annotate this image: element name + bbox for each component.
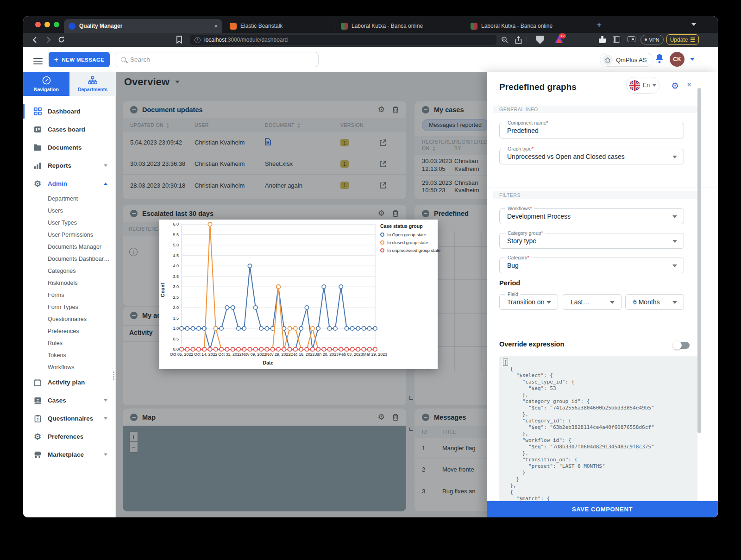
tab-navigation[interactable]: Navigation [23,72,69,96]
sidebar-item-cases-board[interactable]: Cases board [23,120,116,138]
sidebar-item-label: Riskmodels [48,280,78,286]
forward-button[interactable] [44,36,52,44]
laboral-kutxa-favicon [471,23,477,30]
sidebar-item-documents-dashboard[interactable]: Documents Dashboar… [23,253,116,265]
wallet-icon[interactable] [628,36,635,42]
sidebar-item-rules[interactable]: Rules [23,337,116,349]
user-menu-caret-icon[interactable] [690,58,695,61]
reload-button[interactable] [57,36,65,44]
save-component-label: SAVE COMPONENT [572,506,633,513]
extensions-puzzle-icon[interactable] [599,36,606,43]
zoom-icon[interactable] [501,36,509,44]
tab-search-caret-icon[interactable] [691,23,696,26]
svg-text:Oct 14, 2022: Oct 14, 2022 [194,352,217,357]
svg-text:Feb 03, 2023: Feb 03, 2023 [339,352,363,357]
sidebar-item-workflows[interactable]: Workflows [23,361,116,373]
window-minimize-button[interactable] [44,22,50,27]
brave-rewards-icon[interactable]: 12 [555,36,563,43]
svg-text:Mar 29, 2023: Mar 29, 2023 [363,352,387,357]
folder-icon [33,144,42,152]
sidebar-item-user-types[interactable]: User Types [23,217,116,229]
tab-close-icon[interactable]: × [214,23,218,30]
save-component-button[interactable]: SAVE COMPONENT [487,501,718,517]
url-bar[interactable]: ! localhost:3000/module/dashboard [190,35,496,45]
period-mode-select[interactable]: Last… [563,294,622,310]
required-asterisk: * [532,146,534,151]
category-group-select[interactable]: Category group* Story type [499,233,684,249]
override-expression-toggle[interactable] [674,342,690,349]
period-range-select[interactable]: 6 Months [625,294,684,310]
svg-text:Nov 09, 2022: Nov 09, 2022 [242,352,266,357]
sidebar-item-documents[interactable]: Documents [23,138,116,157]
sidebar-item-label: Documents [48,144,82,151]
site-info-icon[interactable]: ! [195,37,201,43]
sidebar-item-marketplace[interactable]: Marketplace [23,446,116,464]
browser-tab-laboral-kutxa-1[interactable]: Laboral Kutxa - Banca online [336,19,462,33]
sidebar-item-label: Form Types [48,304,78,310]
sidebar-item-user-permissions[interactable]: User Permissions [23,229,116,241]
y-axis-label: Count [160,260,165,320]
browser-tab-laboral-kutxa-2[interactable]: Laboral Kutxa - Banca online [466,19,592,33]
sidebar-item-categories[interactable]: Categories [23,265,116,277]
graph-type-select[interactable]: Graph type* Unprocessed vs Open and Clos… [499,149,684,164]
bookmark-icon[interactable] [176,36,182,44]
vpn-button[interactable]: VPN [641,35,664,44]
dashboard-grid-icon [33,107,42,116]
new-message-button[interactable]: + NEW MESSAGE [49,52,110,67]
search-input[interactable]: Search [115,52,319,67]
svg-text:Oct 31, 2022: Oct 31, 2022 [218,352,241,357]
sidebar-item-documents-manager[interactable]: Documents Manager [23,241,116,253]
sidebar-item-riskmodels[interactable]: Riskmodels [23,277,116,289]
sidebar-item-users[interactable]: Users [23,205,116,217]
window-zoom-button[interactable] [54,22,59,27]
sidebar-item-department[interactable]: Department [23,193,116,205]
field-label: Category* [505,255,532,260]
sidebar-item-reports[interactable]: Reports [23,157,116,175]
period-heading: Period [499,279,520,287]
svg-text:Jan 20, 2023: Jan 20, 2023 [315,352,339,357]
sidebar-resize-grip[interactable] [113,371,115,381]
sidebar-item-preferences-admin[interactable]: Preferences [23,325,116,337]
sidebar-item-tokens[interactable]: Tokens [23,349,116,361]
sidebar-item-admin[interactable]: ⚙ Admin [23,175,116,193]
category-select[interactable]: Category* Bug [499,258,684,273]
gear-icon: ⚙ [33,433,42,441]
component-name-field[interactable]: Component name* Predefined [499,123,684,138]
panel-settings-gear-icon[interactable]: ⚙ [671,81,679,91]
panel-scrollbar[interactable] [697,88,701,433]
sidebar-item-questionnaires[interactable]: ? Questionnaires [23,409,116,428]
workflows-select[interactable]: Workflows* Development Process [499,208,684,224]
notifications-bell-icon[interactable] [655,53,664,63]
sidebar-item-forms[interactable]: Forms [23,289,116,301]
user-avatar[interactable]: CK [670,52,684,67]
menu-hamburger-icon[interactable] [33,56,43,66]
sidebar-item-dashboard[interactable]: Dashboard [23,102,116,120]
sidebar-item-activity-plan[interactable]: Activity plan [23,373,116,391]
share-icon[interactable] [515,36,522,44]
required-asterisk: * [527,255,529,260]
new-tab-button[interactable]: + [597,20,602,30]
sidebar-item-cases[interactable]: Cases [23,391,116,409]
sidebar-toggle-icon[interactable] [613,36,620,43]
window-close-button[interactable] [35,22,41,27]
language-label: En [643,82,650,88]
uk-flag-icon [629,80,640,91]
panel-close-icon[interactable]: × [687,80,691,89]
sidebar-item-form-types[interactable]: Form Types [23,301,116,313]
tab-departments[interactable]: Departments [69,72,116,96]
browser-menu-icon [691,37,695,43]
language-selector[interactable]: En [626,77,659,94]
period-field-select[interactable]: Field Transition on [499,294,558,310]
sidebar-item-preferences[interactable]: ⚙ Preferences [23,428,116,446]
sidebar-item-questionnaires-admin[interactable]: Questionnaires [23,313,116,325]
update-button[interactable]: Update [666,34,699,45]
back-button[interactable] [31,36,39,44]
url-path: :3000/module/dashboard [226,37,288,43]
browser-tab-quality-manager[interactable]: Quality Manager × [64,19,222,33]
brave-shield-icon[interactable] [536,36,544,44]
browser-tab-elastic-beanstalk[interactable]: Elastic Beanstalk [225,19,334,33]
expression-code-block[interactable]: [ { "$select": { "case_type_id": { "$eq"… [499,356,697,501]
chevron-down-icon [104,399,107,402]
organization-selector[interactable]: QmPlus AS [600,53,653,67]
legend-label: In unprocessed group state [387,248,440,253]
